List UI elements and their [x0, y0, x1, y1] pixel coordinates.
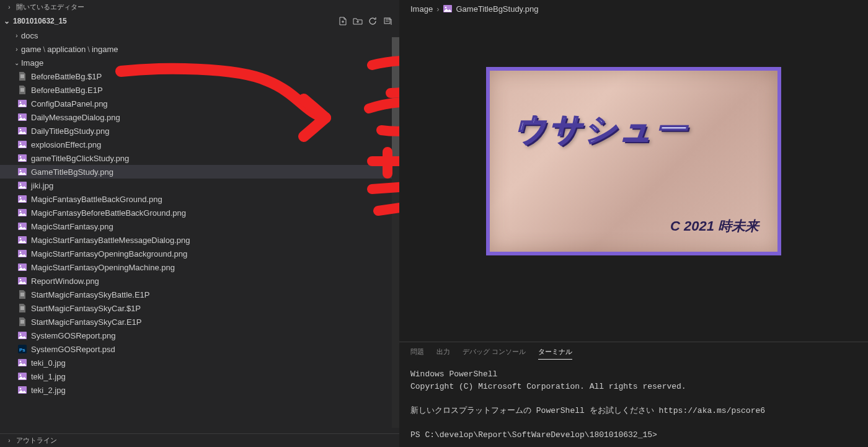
file-item[interactable]: DailyTitleBgStudy.png [0, 124, 399, 138]
file-item[interactable]: MagicStartFantasyOpeningBackground.png [0, 247, 399, 260]
scrollbar-thumb[interactable] [392, 37, 399, 161]
outline-header[interactable]: › アウトライン [0, 433, 399, 447]
psd-file-icon: Ps [17, 344, 27, 354]
text-file-icon [17, 71, 27, 81]
bottom-panel: 問題 出力 デバッグ コンソール ターミナル Windows PowerShel… [399, 342, 868, 447]
refresh-icon[interactable] [367, 15, 378, 27]
file-item[interactable]: DailyMessageDialog.png [0, 110, 399, 124]
svg-point-30 [20, 334, 22, 335]
image-file-icon [17, 330, 27, 340]
svg-point-20 [20, 224, 22, 226]
file-label: gameTitleBgClickStudy.png [31, 154, 129, 163]
file-item[interactable]: ReportWindow.png [0, 274, 399, 288]
folder-docs[interactable]: ›docs [0, 29, 399, 42]
text-file-icon [17, 290, 27, 299]
file-item[interactable]: BeforeBattleBg.E1P [0, 83, 399, 97]
tab-terminal[interactable]: ターミナル [538, 347, 572, 360]
file-label: ReportWindow.png [31, 277, 99, 286]
svg-point-24 [20, 252, 22, 254]
explorer-scrollbar[interactable] [392, 37, 399, 428]
image-file-icon [17, 99, 27, 108]
folder-image[interactable]: ⌄Image [0, 56, 399, 69]
file-item[interactable]: StartMagicFantasySkyCar.E1P [0, 315, 399, 329]
file-label: teki_1.jpg [31, 372, 66, 381]
open-editors-header[interactable]: › 開いているエディター [0, 0, 399, 14]
file-item[interactable]: explosionEffect.png [0, 138, 399, 151]
file-item[interactable]: jiki.jpg [0, 179, 399, 192]
collapse-all-icon[interactable] [382, 15, 393, 27]
workspace-root-header[interactable]: ⌄ 1801010632_15 [0, 14, 399, 29]
text-file-icon [17, 85, 27, 95]
file-label: ConfigDataPanel.png [31, 99, 108, 108]
file-label: StartMagicFantasySkyCar.E1P [31, 317, 141, 327]
chevron-down-icon: ⌄ [2, 17, 11, 25]
svg-point-28 [20, 279, 22, 281]
svg-point-16 [20, 197, 22, 199]
breadcrumb[interactable]: Image › GameTitleBgStudy.png [399, 0, 868, 17]
game-title-image: ウサシュー C 2021 時未来 [486, 67, 781, 255]
file-tree[interactable]: ›docs›game\application\ingame⌄ImageBefor… [0, 29, 399, 433]
outline-label: アウトライン [16, 436, 57, 445]
file-item[interactable]: GameTitleBgStudy.png [0, 165, 399, 179]
open-editors-label: 開いているエディター [16, 2, 84, 12]
file-label: DailyMessageDialog.png [31, 113, 120, 122]
new-file-icon[interactable] [337, 15, 348, 27]
image-file-icon [17, 126, 27, 136]
file-label: SystemGOSReport.psd [31, 345, 115, 354]
svg-point-38 [20, 388, 22, 390]
breadcrumb-segment[interactable]: GameTitleBgStudy.png [456, 4, 538, 14]
file-item[interactable]: BeforeBattleBg.$1P [0, 69, 399, 83]
game-copyright-text: C 2021 時未来 [670, 217, 759, 236]
file-label: MagicStartFantasy.png [31, 222, 113, 231]
file-label: jiki.jpg [31, 181, 53, 190]
folder-path[interactable]: ›game\application\ingame [0, 42, 399, 56]
file-item[interactable]: SystemGOSReport.png [0, 329, 399, 342]
file-item[interactable]: StartMagicFantasySkyCar.$1P [0, 301, 399, 315]
svg-point-44 [445, 7, 447, 9]
file-item[interactable]: teki_1.jpg [0, 370, 399, 383]
game-title-text: ウサシュー [513, 108, 689, 151]
svg-point-6 [20, 129, 22, 131]
file-label: BeforeBattleBg.E1P [31, 86, 103, 95]
tab-output[interactable]: 出力 [436, 347, 450, 360]
file-label: explosionEffect.png [31, 140, 101, 149]
file-item[interactable]: MagicFantasyBattleBackGround.png [0, 192, 399, 206]
terminal-line: 新しいクロスプラットフォームの PowerShell をお試しください http… [410, 406, 765, 415]
file-item[interactable]: teki_0.jpg [0, 356, 399, 370]
image-file-icon [17, 371, 27, 381]
file-label: MagicStartFantasyOpeningMachine.png [31, 263, 175, 272]
svg-point-14 [20, 184, 22, 185]
image-file-icon [17, 249, 27, 259]
file-item[interactable]: PsSystemGOSReport.psd [0, 342, 399, 356]
file-item[interactable]: MagicStartFantasyBattleMessageDialog.png [0, 233, 399, 247]
file-item[interactable]: gameTitleBgClickStudy.png [0, 151, 399, 165]
explorer-sidebar: › 開いているエディター ⌄ 1801010632_15 ›docs›game\… [0, 0, 399, 447]
image-file-icon [443, 4, 453, 14]
image-file-icon [17, 139, 27, 149]
file-item[interactable]: StartMagicFantasySkyBattle.E1P [0, 288, 399, 301]
file-item[interactable]: MagicStartFantasy.png [0, 219, 399, 233]
image-file-icon [17, 385, 27, 395]
image-file-icon [17, 262, 27, 272]
tab-problems[interactable]: 問題 [410, 347, 424, 360]
file-item[interactable]: teki_2.jpg [0, 383, 399, 397]
breadcrumb-segment[interactable]: Image [410, 4, 433, 14]
svg-point-2 [20, 102, 22, 104]
file-item[interactable]: ConfigDataPanel.png [0, 97, 399, 110]
folder-label: Image [21, 58, 43, 68]
file-item[interactable]: MagicStartFantasyOpeningMachine.png [0, 260, 399, 274]
terminal-line: Copyright (C) Microsoft Corporation. All… [410, 382, 686, 391]
file-item[interactable]: MagicFantasyBeforeBattleBackGround.png [0, 206, 399, 219]
new-folder-icon[interactable] [352, 15, 363, 27]
text-file-icon [17, 317, 27, 327]
file-label: GameTitleBgStudy.png [31, 167, 113, 177]
file-label: StartMagicFantasySkyCar.$1P [31, 304, 141, 313]
image-preview[interactable]: ウサシュー C 2021 時未来 [399, 17, 868, 342]
tab-debug-console[interactable]: デバッグ コンソール [463, 347, 526, 360]
terminal-body[interactable]: Windows PowerShell Copyright (C) Microso… [399, 363, 868, 447]
terminal-prompt: PS C:\develop\Report\SoftWareDevelop\180… [410, 430, 657, 440]
file-label: BeforeBattleBg.$1P [31, 72, 102, 81]
path-separator: \ [86, 45, 92, 54]
svg-point-8 [20, 143, 22, 144]
path-separator: \ [42, 45, 48, 54]
